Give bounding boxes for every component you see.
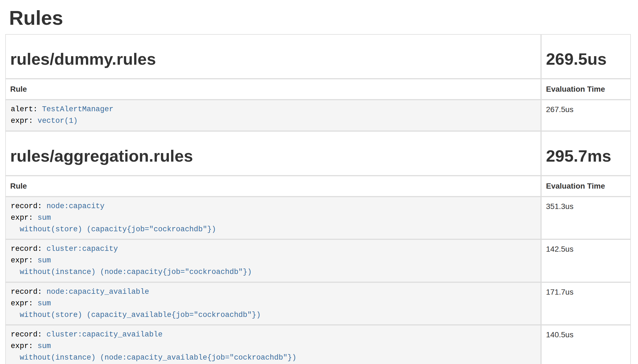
rule-group-eval-time: 295.7ms: [546, 147, 626, 165]
rule-row: record: cluster:capacity expr: sum witho…: [5, 239, 631, 282]
page-title: Rules: [9, 7, 631, 29]
rule-part-link[interactable]: node:capacity: [47, 202, 105, 210]
rule-part-keyword: alert:: [11, 105, 42, 113]
rule-definition: alert: TestAlertManager expr: vector(1): [11, 104, 536, 127]
rule-eval-time: 142.5us: [541, 239, 631, 282]
rules-page: Rules rules/dummy.rules 269.5us Rule Eva…: [0, 7, 638, 364]
rule-definition: record: cluster:capacity_available expr:…: [11, 329, 536, 364]
rule-part-keyword: record:: [11, 330, 47, 339]
rule-part-keyword: expr:: [11, 342, 37, 350]
rule-row: alert: TestAlertManager expr: vector(1)2…: [5, 100, 631, 131]
rule-group-header-row: rules/aggregation.rules 295.7ms: [5, 131, 631, 176]
rule-definition-cell: record: cluster:capacity_available expr:…: [5, 325, 541, 364]
rule-definition-cell: record: node:capacity_available expr: su…: [5, 282, 541, 325]
rule-row: record: node:capacity expr: sum without(…: [5, 197, 631, 240]
rule-definition: record: node:capacity_available expr: su…: [11, 286, 536, 321]
rule-definition-cell: record: cluster:capacity expr: sum witho…: [5, 239, 541, 282]
rule-group-name: rules/aggregation.rules: [10, 147, 536, 165]
rule-eval-time: 140.5us: [541, 325, 631, 364]
rule-part-keyword: expr:: [11, 299, 37, 308]
rule-part-link[interactable]: sum without(store) (capacity_available{j…: [11, 299, 261, 319]
rule-definition: record: cluster:capacity expr: sum witho…: [11, 243, 536, 278]
rule-part-keyword: expr:: [11, 214, 37, 222]
column-header-row: Rule Evaluation Time: [5, 176, 631, 197]
rule-part-link[interactable]: TestAlertManager: [42, 105, 113, 113]
rule-definition: record: node:capacity expr: sum without(…: [11, 201, 536, 235]
rule-part-keyword: expr:: [11, 117, 37, 125]
rule-part-link[interactable]: cluster:capacity_available: [47, 330, 163, 339]
rule-group-file-cell: rules/aggregation.rules: [5, 131, 541, 176]
rule-row: record: node:capacity_available expr: su…: [5, 282, 631, 325]
rule-part-link[interactable]: cluster:capacity: [47, 245, 118, 253]
rule-definition-cell: record: node:capacity expr: sum without(…: [5, 197, 541, 240]
column-header-row: Rule Evaluation Time: [5, 79, 631, 100]
rule-eval-time: 351.3us: [541, 197, 631, 240]
rule-part-keyword: record:: [11, 245, 47, 253]
rule-part-link[interactable]: vector(1): [37, 117, 78, 125]
rule-group-eval-time: 269.5us: [546, 50, 626, 68]
rule-group-eval-time-cell: 295.7ms: [541, 131, 631, 176]
rule-eval-time: 267.5us: [541, 100, 631, 131]
rule-group-file-cell: rules/dummy.rules: [5, 34, 541, 79]
rule-part-keyword: record:: [11, 202, 47, 210]
rule-column-header: Rule: [5, 79, 541, 100]
rule-part-link[interactable]: sum without(instance) (node:capacity{job…: [11, 256, 252, 276]
eval-time-column-header: Evaluation Time: [541, 79, 631, 100]
rule-group-name: rules/dummy.rules: [10, 50, 536, 68]
rule-part-keyword: expr:: [11, 256, 37, 265]
rule-eval-time: 171.7us: [541, 282, 631, 325]
rule-group-table: rules/dummy.rules 269.5us Rule Evaluatio…: [5, 34, 631, 131]
rule-definition-cell: alert: TestAlertManager expr: vector(1): [5, 100, 541, 131]
rule-group-eval-time-cell: 269.5us: [541, 34, 631, 79]
rule-row: record: cluster:capacity_available expr:…: [5, 325, 631, 364]
rule-group-table: rules/aggregation.rules 295.7ms Rule Eva…: [5, 131, 631, 364]
rule-column-header: Rule: [5, 176, 541, 197]
eval-time-column-header: Evaluation Time: [541, 176, 631, 197]
rule-groups-container: rules/dummy.rules 269.5us Rule Evaluatio…: [5, 34, 631, 364]
rule-group-header-row: rules/dummy.rules 269.5us: [5, 34, 631, 79]
rule-part-keyword: record:: [11, 288, 47, 296]
rule-part-link[interactable]: sum without(store) (capacity{job="cockro…: [11, 214, 216, 233]
rule-part-link[interactable]: sum without(instance) (node:capacity_ava…: [11, 342, 296, 362]
rule-part-link[interactable]: node:capacity_available: [47, 288, 149, 296]
